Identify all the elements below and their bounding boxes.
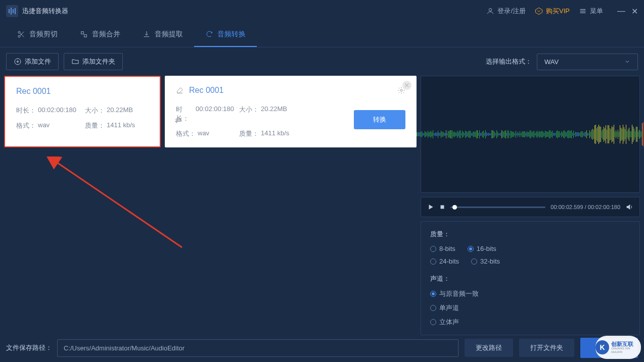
watermark: K 创新互联 CHUANG XIN HULIAN (595, 336, 641, 359)
file-card-target[interactable]: ✕ Rec 0001 时长：00:02:00:180 大小：20.22MB 格式… (165, 76, 417, 147)
logo-icon (6, 5, 18, 17)
convert-icon (205, 30, 213, 38)
radio-16bits[interactable]: 16-bits (468, 245, 496, 252)
svg-point-4 (18, 31, 20, 33)
svg-marker-14 (429, 204, 433, 209)
progress-track[interactable] (450, 206, 545, 208)
radio-24bits[interactable]: 24-bits (430, 257, 459, 265)
time-display: 00:00:02.599 / 00:02:00:180 (550, 204, 620, 210)
tab-merge[interactable]: 音频合并 (69, 22, 131, 47)
convert-button[interactable]: 转换 (354, 110, 405, 129)
svg-point-0 (489, 9, 492, 11)
player-bar: 00:00:02.599 / 00:02:00:180 (421, 197, 640, 217)
play-icon[interactable] (427, 203, 434, 211)
titlebar: 迅捷音频转换器 登录/注册 购买VIP 菜单 — ✕ (0, 0, 644, 22)
login-button[interactable]: 登录/注册 (486, 7, 526, 16)
plus-icon (14, 58, 22, 66)
scissors-icon (17, 30, 25, 38)
quality-label: 质量： (430, 230, 630, 239)
close-card-button[interactable]: ✕ (402, 81, 411, 90)
file-card-source[interactable]: Rec 0001 时长：00:02:00:180 大小：20.22MB 格式：w… (4, 76, 161, 147)
shuffle-icon: ⇄ (175, 115, 181, 125)
format-select[interactable]: WAV (537, 54, 638, 70)
folder-icon (71, 58, 79, 66)
file-name: Rec 0001 (16, 87, 51, 96)
svg-rect-9 (84, 34, 87, 37)
path-label: 文件保存路径： (6, 343, 52, 352)
file-row: Rec 0001 时长：00:02:00:180 大小：20.22MB 格式：w… (4, 76, 417, 147)
open-folder-button[interactable]: 打开文件夹 (519, 339, 574, 357)
path-input[interactable] (57, 339, 458, 357)
svg-rect-15 (441, 205, 444, 209)
radio-channel-stereo[interactable]: 立体声 (430, 318, 459, 327)
window-controls: — ✕ (617, 7, 638, 16)
menu-icon (579, 7, 587, 15)
close-button[interactable]: ✕ (631, 7, 638, 16)
svg-rect-8 (81, 31, 84, 34)
radio-channel-same[interactable]: 与原音频一致 (430, 289, 479, 298)
extract-icon (143, 30, 151, 38)
waveform (389, 119, 645, 149)
svg-point-5 (18, 35, 20, 37)
main-grid: Rec 0001 时长：00:02:00:180 大小：20.22MB 格式：w… (0, 76, 644, 335)
volume-icon[interactable] (625, 203, 633, 211)
radio-8bits[interactable]: 8-bits (430, 245, 455, 252)
vip-icon (535, 7, 543, 15)
progress-thumb[interactable] (452, 205, 457, 210)
minimize-button[interactable]: — (617, 7, 625, 16)
user-icon (486, 7, 494, 15)
app-logo: 迅捷音频转换器 (6, 5, 68, 17)
tab-extract[interactable]: 音频提取 (131, 22, 194, 47)
waveform-box (421, 76, 640, 193)
svg-point-13 (400, 89, 402, 91)
add-file-button[interactable]: 添加文件 (6, 53, 59, 70)
format-select-wrap: 选择输出格式： WAV (486, 54, 638, 70)
toolbar: 添加文件 添加文件夹 选择输出格式： WAV (0, 47, 644, 76)
channel-label: 声道： (430, 274, 630, 283)
radio-32bits[interactable]: 32-bits (471, 257, 500, 265)
menu-button[interactable]: 菜单 (579, 7, 603, 16)
file-area: Rec 0001 时长：00:02:00:180 大小：20.22MB 格式：w… (4, 76, 417, 335)
chevron-down-icon (624, 59, 630, 65)
format-label: 选择输出格式： (486, 57, 532, 66)
footer: 文件保存路径： 更改路径 打开文件夹 开 (0, 334, 644, 362)
right-panel: 00:00:02.599 / 00:02:00:180 质量： 8-bits 1… (421, 76, 640, 335)
stop-icon[interactable] (439, 204, 445, 210)
titlebar-right: 登录/注册 购买VIP 菜单 — ✕ (486, 7, 638, 16)
watermark-logo: K (595, 340, 609, 354)
tab-cut[interactable]: 音频剪切 (6, 22, 69, 47)
merge-icon (80, 30, 88, 38)
vip-button[interactable]: 购买VIP (535, 7, 570, 16)
tabs: 音频剪切 音频合并 音频提取 音频转换 (0, 22, 644, 47)
app-title: 迅捷音频转换器 (22, 7, 68, 16)
change-path-button[interactable]: 更改路径 (465, 339, 513, 357)
file-name: Rec 0001 (189, 86, 224, 95)
radio-channel-mono[interactable]: 单声道 (430, 303, 459, 313)
settings-box: 质量： 8-bits 16-bits 24-bits 32-bits 声道： 与… (421, 221, 640, 335)
path-box: 文件保存路径： (6, 339, 458, 357)
add-folder-button[interactable]: 添加文件夹 (64, 53, 123, 70)
tab-convert[interactable]: 音频转换 (194, 22, 257, 47)
edit-icon[interactable] (176, 86, 184, 94)
